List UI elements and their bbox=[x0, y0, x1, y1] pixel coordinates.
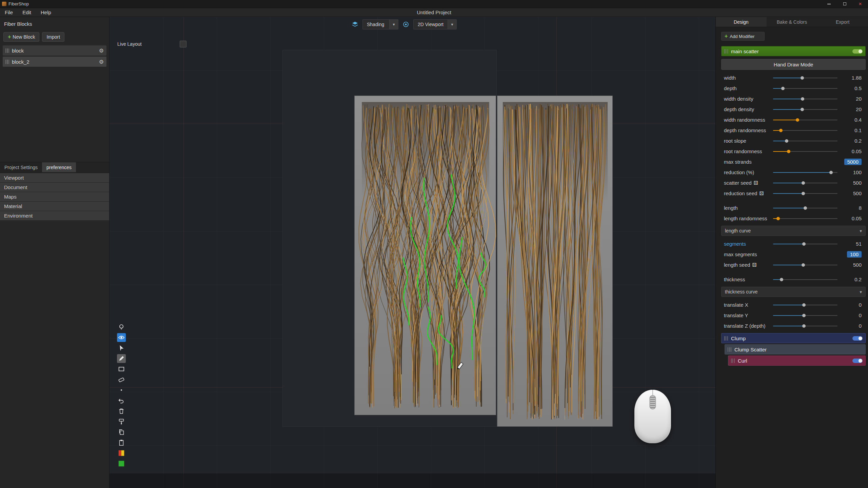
param-value[interactable]: 0.2 bbox=[837, 277, 866, 282]
param-value[interactable]: 0.2 bbox=[837, 138, 866, 144]
drag-handle-icon[interactable] bbox=[724, 336, 728, 341]
modifier-curl[interactable]: Curl bbox=[728, 355, 866, 366]
settings-item-viewport[interactable]: Viewport bbox=[0, 173, 109, 182]
slider-reduction-seed[interactable] bbox=[773, 188, 837, 199]
rect-icon[interactable] bbox=[117, 365, 126, 373]
slider-segments[interactable] bbox=[773, 239, 837, 249]
dice-seed-icon[interactable]: ⚄ bbox=[752, 262, 757, 268]
scope-icon[interactable] bbox=[402, 20, 410, 28]
paint-icon[interactable] bbox=[117, 417, 126, 426]
live-layout-checkbox[interactable] bbox=[180, 41, 186, 47]
eraser-icon[interactable] bbox=[117, 375, 126, 384]
bulb-icon[interactable] bbox=[117, 323, 126, 331]
hair-swatch-left[interactable] bbox=[354, 96, 496, 415]
menu-file[interactable]: File bbox=[0, 9, 18, 15]
drag-handle-icon[interactable] bbox=[5, 48, 9, 53]
modifier-toggle[interactable] bbox=[852, 359, 863, 363]
slider-translate-X[interactable] bbox=[773, 300, 837, 310]
shading-dropdown[interactable]: Shading ▾ bbox=[362, 19, 398, 29]
slider-translate-Z-depth-[interactable] bbox=[773, 321, 837, 331]
tab-export[interactable]: Export bbox=[817, 17, 868, 27]
dot-icon[interactable] bbox=[117, 386, 126, 394]
param-value[interactable]: 51 bbox=[837, 241, 866, 247]
param-value[interactable]: 8 bbox=[837, 205, 866, 211]
param-value[interactable]: 5000 bbox=[837, 159, 866, 165]
param-value[interactable]: 0.1 bbox=[837, 127, 866, 133]
gear-icon[interactable]: ⚙ bbox=[99, 59, 104, 65]
slider-translate-Y[interactable] bbox=[773, 310, 837, 321]
settings-item-material[interactable]: Material bbox=[0, 202, 109, 211]
tab-project-settings[interactable]: Project Settings bbox=[0, 162, 42, 172]
param-value[interactable]: 0 bbox=[837, 323, 866, 329]
param-value[interactable]: 1.88 bbox=[837, 75, 866, 81]
param-value[interactable]: 100 bbox=[837, 251, 866, 258]
block-row[interactable]: block_2 ⚙ bbox=[3, 57, 106, 67]
draw-icon[interactable] bbox=[117, 354, 126, 363]
slider-width[interactable] bbox=[773, 73, 837, 83]
block-row[interactable]: block ⚙ bbox=[3, 45, 106, 56]
settings-item-environment[interactable]: Environment bbox=[0, 211, 109, 220]
hair-swatch-right[interactable] bbox=[497, 96, 613, 427]
drag-handle-icon[interactable] bbox=[728, 347, 731, 352]
slider-depth[interactable] bbox=[773, 83, 837, 94]
drag-handle-icon[interactable] bbox=[724, 49, 728, 54]
tab-design[interactable]: Design bbox=[716, 17, 767, 27]
tab-bake-colors[interactable]: Bake & Colors bbox=[767, 17, 817, 27]
import-button[interactable]: Import bbox=[42, 32, 64, 42]
slider-width-randomness[interactable] bbox=[773, 115, 837, 125]
eye-icon[interactable] bbox=[117, 333, 126, 342]
tab-preferences[interactable]: preferences bbox=[42, 162, 76, 172]
gear-icon[interactable]: ⚙ bbox=[99, 47, 104, 54]
minimize-button[interactable] bbox=[821, 0, 837, 8]
layers-icon[interactable] bbox=[351, 20, 359, 28]
modifier-clump[interactable]: Clump bbox=[721, 333, 866, 343]
param-value[interactable]: 0.5 bbox=[837, 85, 866, 91]
slider-width-density[interactable] bbox=[773, 94, 837, 104]
drag-handle-icon[interactable] bbox=[5, 60, 9, 64]
slider-depth-randomness[interactable] bbox=[773, 125, 837, 136]
viewport-2d[interactable]: Shading ▾ 2D Viewport ▾ Live Layout bbox=[110, 17, 715, 488]
slider-length[interactable] bbox=[773, 203, 837, 213]
copy-icon[interactable] bbox=[117, 428, 126, 436]
curve-row-length-curve[interactable]: length curve ▾ bbox=[721, 226, 866, 236]
cursor-icon[interactable] bbox=[117, 344, 126, 352]
trash-icon[interactable] bbox=[117, 407, 126, 415]
dice-seed-icon[interactable]: ⚄ bbox=[759, 190, 764, 197]
maximize-button[interactable] bbox=[837, 0, 852, 8]
dice-seed-icon[interactable]: ⚄ bbox=[754, 180, 758, 186]
slider-root-randomness[interactable] bbox=[773, 146, 837, 157]
hand-draw-mode-button[interactable]: Hand Draw Mode bbox=[721, 59, 866, 70]
param-value[interactable]: 500 bbox=[837, 262, 866, 268]
param-value[interactable]: 0.05 bbox=[837, 148, 866, 154]
slider-reduction-[interactable] bbox=[773, 167, 837, 178]
param-value[interactable]: 0.4 bbox=[837, 117, 866, 123]
main-scatter-toggle[interactable] bbox=[852, 49, 863, 54]
close-button[interactable]: × bbox=[852, 0, 868, 8]
menu-help[interactable]: Help bbox=[36, 9, 56, 15]
add-modifier-button[interactable]: + Add Modifier bbox=[721, 32, 765, 41]
param-value[interactable]: 500 bbox=[837, 180, 866, 186]
curve-row-thickness-curve[interactable]: thickness curve ▾ bbox=[721, 287, 866, 297]
swatch-green-icon[interactable] bbox=[117, 459, 126, 468]
slider-depth-density[interactable] bbox=[773, 104, 837, 115]
modifier-toggle[interactable] bbox=[852, 336, 863, 341]
slider-thickness[interactable] bbox=[773, 274, 837, 285]
viewport-mode-dropdown[interactable]: 2D Viewport ▾ bbox=[413, 19, 457, 29]
slider-scatter-seed[interactable] bbox=[773, 178, 837, 188]
settings-item-document[interactable]: Document bbox=[0, 183, 109, 192]
param-value[interactable]: 20 bbox=[837, 106, 866, 112]
modifier-clump-scatter[interactable]: Clump Scatter bbox=[725, 344, 866, 354]
settings-item-maps[interactable]: Maps bbox=[0, 192, 109, 201]
clipboard-icon[interactable] bbox=[117, 438, 126, 447]
main-scatter-header[interactable]: main scatter bbox=[721, 46, 866, 56]
undo-icon[interactable] bbox=[117, 396, 126, 405]
param-value[interactable]: 100 bbox=[837, 169, 866, 175]
slider-length-randomness[interactable] bbox=[773, 213, 837, 224]
menu-edit[interactable]: Edit bbox=[18, 9, 36, 15]
slider-length-seed[interactable] bbox=[773, 260, 837, 270]
param-value[interactable]: 0 bbox=[837, 312, 866, 318]
param-value[interactable]: 500 bbox=[837, 190, 866, 196]
new-block-button[interactable]: + New Block bbox=[3, 32, 39, 42]
param-value[interactable]: 0.05 bbox=[837, 216, 866, 221]
param-value[interactable]: 0 bbox=[837, 302, 866, 308]
